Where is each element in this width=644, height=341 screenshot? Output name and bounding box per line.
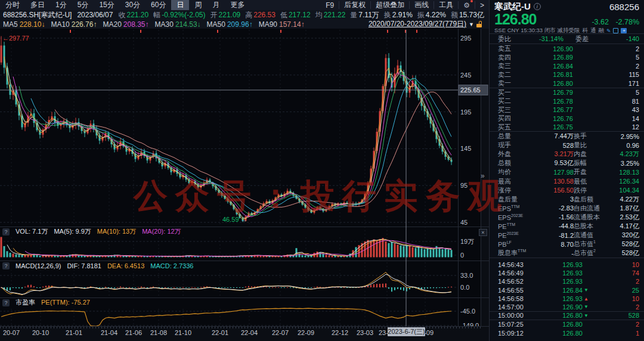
tab-更多[interactable]: 更多 <box>225 0 250 10</box>
svg-text:95: 95 <box>460 182 467 189</box>
quote-field-收: 收221.20 <box>118 10 148 20</box>
bid-row[interactable]: 买四126.7614 <box>490 114 644 123</box>
indicator-label: DEA: 6.4513 <box>107 262 144 269</box>
quote-header: 寒武纪-U i 688256 126.80 -3.62 -2.78% SSE C… <box>490 0 644 34</box>
ask-row[interactable]: 卖四126.895 <box>490 53 644 62</box>
toolbar-button-工具[interactable]: 工具 <box>434 1 458 9</box>
svg-text:46.59: 46.59 <box>222 216 239 223</box>
edit-icon[interactable]: ✎ <box>606 28 611 34</box>
tab-多日[interactable]: 多日 <box>25 0 50 10</box>
toolbar-button-超级叠加[interactable]: 超级叠加 <box>370 1 409 9</box>
ma-legend-MA30: MA30214.53↓ <box>155 20 201 29</box>
ask-queue: 卖五126.902卖四126.895卖三126.842卖二126.81115卖一… <box>490 44 644 88</box>
trading-app-window: 分时多日1分5分15分30分60分日周月更多 F9后复权超级叠加画线工具⚙> 6… <box>0 0 644 341</box>
unlock-icon[interactable] <box>476 21 483 27</box>
svg-text:19万: 19万 <box>460 238 474 245</box>
help-icon[interactable]: ? <box>2 228 10 235</box>
tab-5分[interactable]: 5分 <box>72 0 94 10</box>
ask-row[interactable]: 卖五126.902 <box>490 44 644 53</box>
quote-info-bar: 688256.SH[寒武纪-U] 2023/06/07 收221.20幅-0.9… <box>0 10 489 20</box>
tick-row: 14:56:49126.9374 <box>490 269 644 277</box>
crosshair-date-label: 2023/06/07 <box>77 11 113 19</box>
stat-row: 最高130.58最低126.34 <box>490 176 644 185</box>
add-to-watchlist-icon[interactable]: + <box>621 28 627 33</box>
svg-text:33.0: 33.0 <box>460 272 473 279</box>
svg-text:0: 0 <box>460 252 464 259</box>
toolbar-button-画线[interactable]: 画线 <box>409 1 434 9</box>
svg-text:295: 295 <box>460 35 471 42</box>
tab-日[interactable]: 日 <box>171 0 189 10</box>
collapse-panel-icon[interactable]: » <box>481 172 485 180</box>
tab-15分[interactable]: 15分 <box>94 0 119 10</box>
quote-field-均: 均221.22 <box>315 10 346 20</box>
indicator-label: MA(10): 13万 <box>97 228 136 235</box>
stat-row: PBLF8.70总市值1528亿 <box>490 240 644 249</box>
x-tick-22-12: 22-12 <box>329 329 351 336</box>
bid-row[interactable]: 买二126.7881 <box>490 97 644 106</box>
stat-row: 总量7.44万换手2.95% <box>490 132 644 141</box>
tick-row: 14:56:58126.93▲10 <box>490 294 644 303</box>
indicator-label: MACD(12,26,9) <box>16 262 61 269</box>
tab-1分[interactable]: 1分 <box>50 0 72 10</box>
tab-分时[interactable]: 分时 <box>0 0 25 10</box>
pe-panel-header: ? 市盈率PE(TTM): -75.27 <box>0 298 358 307</box>
tick-row: 14:56:43126.9310 <box>490 260 644 268</box>
indicator-label: 市盈率 <box>16 299 35 306</box>
tick-direction-icon: ▼ <box>583 313 591 318</box>
indicator-label: PE(TTM): -75.27 <box>41 299 90 306</box>
price-change: -3.62 -2.78% <box>587 18 639 26</box>
close-icon[interactable]: × <box>479 229 487 236</box>
svg-text:195: 195 <box>460 108 471 116</box>
tick-row: 15:00:00126.80▼528 <box>490 312 644 320</box>
volume-panel-header: ? VOL: 7.1万MA(5): 9.9万MA(10): 13万MA(20):… <box>0 227 358 236</box>
quote-field-量: 量7.11万 <box>350 10 379 20</box>
weibi-value: -31.14% <box>518 35 564 42</box>
date-range-label[interactable]: 2020/07/20-2023/09/27(779日) <box>369 19 466 29</box>
toolbar-button-F9[interactable]: F9 <box>321 1 339 9</box>
svg-text:45: 45 <box>460 219 467 226</box>
tick-row: 15:07:25126.802 <box>490 320 644 328</box>
x-tick-21-10: 21-10 <box>172 329 194 336</box>
svg-text:→: → <box>241 216 247 223</box>
ask-row[interactable]: 卖三126.842 <box>490 61 644 70</box>
bid-row[interactable]: 买五126.7512 <box>490 123 644 132</box>
alert-icon[interactable] <box>613 28 618 33</box>
ma-legend-MA20: MA20208.35↑ <box>103 20 148 29</box>
help-icon[interactable]: ? <box>2 262 10 269</box>
chart-canvas[interactable]: 295245195145954519万033.00.0-45.0-149.022… <box>0 29 489 327</box>
tick-direction-icon: ▼ <box>583 304 591 309</box>
gear-icon[interactable]: ⚙ <box>458 1 475 9</box>
toolbar-button-后复权[interactable]: 后复权 <box>339 1 370 9</box>
ask-row[interactable]: 卖一126.80171 <box>490 79 644 88</box>
stat-row: EPS2023E-1.56流通股本2.53亿 <box>490 213 644 222</box>
indicator-label: MACD: 2.7336 <box>150 262 193 269</box>
svg-text:225.65: 225.65 <box>460 86 481 94</box>
macd-panel-header: ? MACD(12,26,9)DIF: 7.8181DEA: 6.4513MAC… <box>0 261 358 270</box>
help-icon[interactable]: ? <box>2 299 10 306</box>
tick-direction-icon: ▲ <box>583 296 591 302</box>
quote-field-低: 低217.12 <box>280 10 311 20</box>
tick-row: 14:56:55126.84▼25 <box>490 286 644 294</box>
symbol-label: 688256.SH[寒武纪-U] <box>3 10 72 20</box>
info-icon[interactable]: i <box>534 3 541 10</box>
svg-text:145: 145 <box>460 145 471 152</box>
ask-row[interactable]: 卖二126.81115 <box>490 70 644 79</box>
tab-30分[interactable]: 30分 <box>120 0 145 10</box>
x-tick-20-10: 20-10 <box>29 329 52 336</box>
tag-通: 通 <box>590 27 596 33</box>
chevron-down-icon[interactable]: ▼ <box>469 21 474 27</box>
date-range-selector[interactable]: 2020/07/20-2023/09/27(779日) ▼ <box>369 19 483 29</box>
chevron-right-icon[interactable]: > <box>475 1 489 9</box>
x-tick-21-06: 21-06 <box>122 329 145 336</box>
bid-row[interactable]: 买三126.7743 <box>490 106 644 114</box>
quote-field-幅: 幅-0.92%(-2.05) <box>153 10 205 20</box>
svg-text:-45.0: -45.0 <box>460 308 475 315</box>
stat-row: 总额9.53亿振幅3.25% <box>490 159 644 168</box>
tick-direction-icon: ▼ <box>583 287 591 293</box>
x-tick-22-07: 22-07 <box>269 329 292 336</box>
tab-月[interactable]: 月 <box>207 0 225 10</box>
tab-周[interactable]: 周 <box>189 0 207 10</box>
tab-60分[interactable]: 60分 <box>145 0 171 10</box>
bid-row[interactable]: 买一126.795 <box>490 88 644 97</box>
quote-sidebar: 寒武纪-U i 688256 126.80 -3.62 -2.78% SSE C… <box>489 0 644 341</box>
